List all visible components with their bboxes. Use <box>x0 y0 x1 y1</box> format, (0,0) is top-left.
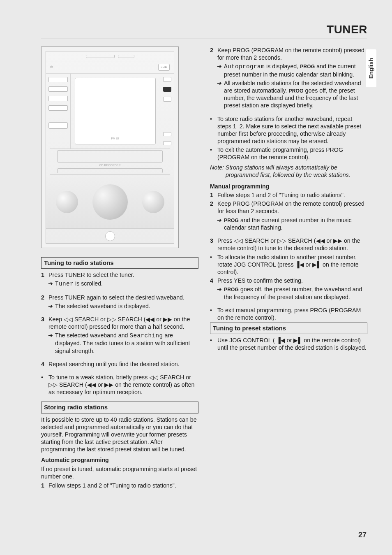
auto-step-2: 2 Keep PROG (PROGRAM on the remote contr… <box>210 46 367 61</box>
jog-control-knob <box>92 184 128 220</box>
manual-step-2: 2 Keep PROG (PROGRAM on the remote contr… <box>210 200 367 215</box>
preset-bullet: • Use JOG CONTROL ( ▐◀ or ▶▌ on the remo… <box>210 337 367 351</box>
page-number: 27 <box>358 531 367 539</box>
right-knob <box>142 191 164 213</box>
three-cd-badge: 3CD <box>158 64 170 70</box>
tuning-weak-station-bullet: • To tune to a weak station, briefly pre… <box>41 374 198 396</box>
remote-ff-icon: ▶▶ <box>163 316 172 323</box>
auto-note: Note: Strong stations will always automa… <box>210 164 367 179</box>
section-storing-title: Storing radio stations <box>41 402 198 413</box>
manual-programming-heading: Manual programming <box>210 183 367 190</box>
remote-next-icon: ▶▌ <box>312 261 321 268</box>
auto-step-1: 1 Follow steps 1 and 2 of "Tuning to rad… <box>41 482 198 489</box>
manual-step-4: 4 Press YES to confirm the setting. <box>210 277 367 284</box>
result-arrow-icon: ➔ <box>48 302 53 310</box>
result-arrow-icon: ➔ <box>217 79 222 109</box>
tuning-step-4: 4 Repeat searching until you find the de… <box>41 360 198 368</box>
remote-rew-icon: ◀◀ <box>145 316 154 323</box>
manual-bullet-exit: •To exit manual programming, press PROG … <box>210 307 367 321</box>
search-fwd-icon: ▷▷ <box>107 316 116 323</box>
automatic-programming-heading: Automatic programming <box>41 456 198 464</box>
manual-bullet-allocate: • To allocate the radio station to anoth… <box>210 253 367 276</box>
language-label: English <box>368 58 374 79</box>
display-band-label: FM 87 <box>75 137 155 141</box>
search-back-icon: ◁◁ <box>64 316 73 323</box>
header-rule <box>41 39 367 39</box>
auto-bullet-repeat: •To store radio stations for another wav… <box>210 115 367 145</box>
result-arrow-icon: ➔ <box>217 63 222 78</box>
result-arrow-icon: ➔ <box>48 332 53 355</box>
auto-bullet-exit: •To exit the automatic programming, pres… <box>210 146 367 161</box>
section-preset-title: Tuning to preset stations <box>210 323 367 334</box>
section-tuning-title: Tuning to radio stations <box>41 257 198 269</box>
tuning-step-1: 1 Press TUNER to select the tuner. <box>41 271 198 279</box>
manual-page: TUNER English ◎ 3CD <box>0 0 392 555</box>
left-knob <box>56 191 78 213</box>
auto-intro: If no preset is tuned, automatic program… <box>41 465 198 480</box>
disc-icon: ◎ <box>50 65 53 69</box>
left-column: ◎ 3CD FM 87 <box>41 46 198 490</box>
result-arrow-icon: ➔ <box>217 286 222 301</box>
result-arrow-icon: ➔ <box>48 280 53 288</box>
language-tab: English <box>366 49 376 87</box>
content-columns: ◎ 3CD FM 87 <box>41 46 367 490</box>
manual-step-1: 1 Follow steps 1 and 2 of "Tuning to rad… <box>210 191 367 199</box>
product-illustration: ◎ 3CD FM 87 <box>41 46 179 248</box>
result-arrow-icon: ➔ <box>217 216 222 232</box>
recorder-label: CD RECORDER <box>99 164 120 167</box>
tuning-step-2: 2 Press TUNER again to select the desire… <box>41 294 198 301</box>
storing-intro: It is possible to store up to 40 radio s… <box>41 416 198 453</box>
page-title: TUNER <box>41 23 367 36</box>
right-column: 2 Keep PROG (PROGRAM on the remote contr… <box>210 46 367 490</box>
manual-step-3: 3 Press ◁◁ SEARCH or ▷▷ SEARCH (◀◀ or ▶▶… <box>210 237 367 252</box>
tuning-step-3: 3 Keep ◁◁ SEARCH or ▷▷ SEARCH (◀◀ or ▶▶ … <box>41 316 198 330</box>
front-button <box>105 231 115 241</box>
remote-prev-icon: ▐◀ <box>295 261 304 268</box>
